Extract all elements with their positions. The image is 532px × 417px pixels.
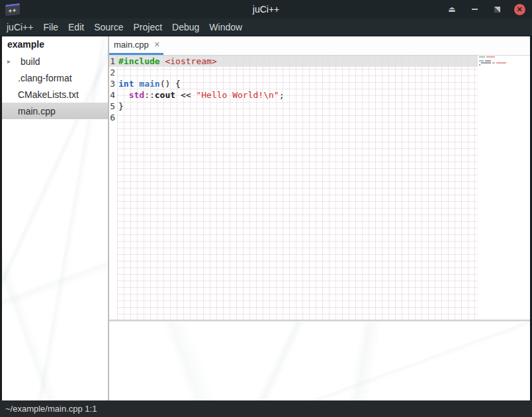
code-editor: 123456 #include <iostream>int main() { s…	[109, 56, 530, 320]
token-ns: std	[129, 90, 144, 100]
minimap-line	[481, 62, 506, 64]
minimap-line	[479, 56, 495, 58]
menu-item-source[interactable]: Source	[94, 22, 123, 32]
menubar: juCi++FileEditSourceProjectDebugWindow	[0, 19, 532, 36]
token-pl: <<	[175, 90, 196, 100]
minimap-segment	[479, 60, 484, 62]
tree-item-label: build	[21, 56, 40, 67]
line-number: 4	[109, 89, 117, 101]
menu-item-window[interactable]: Window	[209, 22, 242, 32]
token-inc: <iostream>	[165, 56, 216, 66]
file-tree: ▸build.clang-formatCMakeLists.txtmain.cp…	[2, 53, 108, 119]
line-number-gutter: 123456	[109, 56, 117, 320]
code-line-5: }	[117, 101, 478, 112]
token-pl: }	[118, 101, 124, 111]
token-pp: #include	[118, 56, 160, 66]
token-b: cout	[155, 90, 175, 100]
editor-pane: main.cpp ✕ 123456 #include <iostream>int…	[109, 36, 530, 400]
line-number: 6	[109, 112, 117, 123]
main-area: example ▸build.clang-formatCMakeLists.tx…	[0, 36, 532, 400]
tab-main-cpp[interactable]: main.cpp ✕	[109, 36, 163, 55]
tab-label: main.cpp	[114, 40, 149, 50]
minimap-segment	[479, 56, 485, 58]
code-line-3: int main() {	[117, 78, 478, 89]
tree-item-label: CMakeLists.txt	[18, 89, 79, 100]
line-number: 2	[109, 67, 117, 78]
statusbar-file-position: ~/example/main.cpp 1:1	[5, 404, 97, 414]
token-pl: () {	[160, 79, 181, 89]
tree-item-cmakelists-txt[interactable]: CMakeLists.txt	[2, 86, 108, 103]
code-line-4: std::cout << "Hello World!\n";	[117, 89, 478, 101]
menu-item-file[interactable]: File	[43, 22, 58, 32]
menu-item-juci[interactable]: juCi++	[7, 22, 33, 32]
minimap-segment	[496, 62, 506, 64]
minimap-segment	[485, 60, 491, 62]
line-number: 3	[109, 78, 117, 89]
line-number: 1	[109, 56, 117, 67]
project-root-label: example	[2, 36, 108, 53]
tabbar: main.cpp ✕	[109, 36, 530, 56]
minimap-segment	[492, 62, 495, 64]
code-line-2	[117, 67, 478, 78]
titlebar[interactable]: ++ juCi++ ⏏ ✕	[0, 0, 532, 19]
tree-item-build[interactable]: ▸build	[2, 53, 108, 70]
expander-icon[interactable]: ▸	[7, 58, 15, 65]
close-button[interactable]: ✕	[513, 3, 525, 15]
token-pl	[118, 90, 129, 100]
statusbar: ~/example/main.cpp 1:1	[0, 400, 532, 417]
minimap-line	[479, 60, 491, 62]
menu-item-edit[interactable]: Edit	[68, 22, 84, 32]
shade-button[interactable]: ⏏	[446, 3, 458, 15]
tree-item-main-cpp[interactable]: main.cpp	[2, 103, 108, 119]
restore-icon	[494, 7, 500, 13]
code-line-6	[117, 112, 478, 123]
code-area[interactable]: #include <iostream>int main() { std::cou…	[117, 56, 478, 320]
minimap-line	[479, 64, 480, 66]
menu-item-debug[interactable]: Debug	[172, 22, 199, 32]
menu-item-project[interactable]: Project	[134, 22, 163, 32]
minimap-segment	[486, 56, 495, 58]
code-line-1: #include <iostream>	[117, 56, 478, 67]
app-window: ++ juCi++ ⏏ ✕ juCi++FileEditSourceProjec…	[0, 0, 532, 417]
tree-item-label: main.cpp	[18, 106, 56, 116]
token-pl: ;	[279, 90, 285, 100]
token-kw: int	[118, 79, 134, 89]
minimap-segment	[481, 62, 491, 64]
tree-item--clang-format[interactable]: .clang-format	[2, 70, 108, 86]
window-controls: ⏏ ✕	[446, 3, 532, 15]
tab-close-icon[interactable]: ✕	[154, 40, 160, 49]
file-tree-empty-space	[2, 119, 108, 400]
minimap-segment	[479, 64, 480, 66]
line-number: 5	[109, 101, 117, 112]
restore-button[interactable]	[491, 3, 503, 15]
close-icon: ✕	[514, 4, 525, 15]
minimap[interactable]	[478, 56, 530, 320]
minimize-button[interactable]	[468, 3, 480, 15]
token-pl: ::	[144, 90, 155, 100]
bottom-panel	[109, 322, 530, 400]
token-fn: main	[139, 79, 159, 89]
tree-item-label: .clang-format	[18, 73, 72, 83]
minimize-icon	[472, 9, 478, 10]
file-tree-sidebar: example ▸build.clang-formatCMakeLists.tx…	[2, 36, 108, 400]
shade-icon: ⏏	[448, 5, 455, 13]
token-str: "Hello World!\n"	[196, 90, 279, 100]
